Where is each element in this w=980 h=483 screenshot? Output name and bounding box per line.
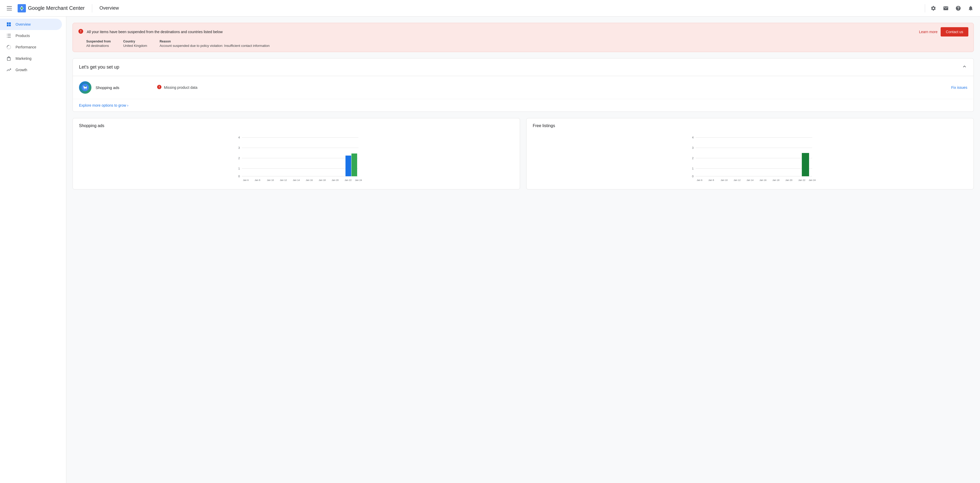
learn-more-link[interactable]: Learn more (919, 30, 937, 34)
trending-up-icon (6, 67, 11, 73)
shopping-ads-chart-area: 4 3 2 1 0 Jan 6 Jan 8 Jan 10 Jan 12 Jan (79, 132, 514, 184)
setup-card-header: Let's get you set up (73, 59, 974, 76)
alert-country-value: United Kingdom (123, 44, 147, 48)
explore-arrow: › (127, 103, 129, 107)
svg-text:0: 0 (692, 175, 694, 178)
marketing-icon (6, 56, 11, 61)
setup-card: Let's get you set up (73, 58, 974, 112)
explore-row: Explore more options to grow › (73, 99, 974, 111)
free-listings-chart-card: Free listings 4 3 2 1 0 (526, 118, 974, 189)
svg-text:Jan 12: Jan 12 (280, 179, 287, 181)
svg-text:1: 1 (238, 167, 240, 170)
svg-text:2: 2 (692, 157, 694, 160)
app-header: Google Merchant Center Overview (0, 0, 980, 17)
sidebar-item-products[interactable]: Products (0, 30, 62, 41)
alert-message-text: All your items have been suspended from … (87, 30, 223, 34)
svg-text:4: 4 (238, 136, 240, 139)
sidebar: Overview Products Performance (0, 17, 66, 483)
svg-text:Jan 10: Jan 10 (267, 179, 274, 181)
svg-text:2: 2 (238, 157, 240, 160)
sidebar-marketing-label: Marketing (16, 56, 31, 60)
svg-point-4 (86, 89, 86, 89)
mail-icon (943, 5, 949, 11)
performance-icon (6, 44, 11, 50)
alert-detail-country: Country United Kingdom (123, 40, 147, 48)
app-body: Overview Products Performance (0, 17, 980, 483)
explore-link-text: Explore more options to grow (79, 103, 126, 107)
alert-details-row: Suspended from All destinations Country … (78, 40, 968, 48)
fix-issues-link[interactable]: Fix issues (951, 86, 967, 89)
svg-text:Jan 14: Jan 14 (746, 179, 753, 181)
hamburger-icon (6, 5, 13, 11)
settings-button[interactable] (928, 3, 939, 13)
svg-text:Jan 8: Jan 8 (708, 179, 714, 181)
sidebar-overview-label: Overview (16, 22, 30, 26)
sidebar-performance-label: Performance (16, 45, 36, 49)
alert-detail-suspended-from: Suspended from All destinations (86, 40, 111, 48)
alert-reason-label: Reason (159, 40, 270, 43)
svg-text:Jan 8: Jan 8 (255, 179, 260, 181)
explore-link[interactable]: Explore more options to grow › (79, 103, 967, 107)
svg-point-3 (84, 89, 85, 89)
svg-text:Jan 22: Jan 22 (798, 179, 805, 181)
alert-top-row: All your items have been suspended from … (78, 27, 968, 37)
svg-text:Jan 24: Jan 24 (808, 179, 816, 181)
svg-text:Jan 16: Jan 16 (305, 179, 313, 181)
list-icon (6, 33, 11, 38)
sidebar-item-overview[interactable]: Overview (0, 19, 62, 30)
status-warning-icon (157, 84, 162, 91)
mail-button[interactable] (941, 3, 951, 13)
alert-warning-icon (78, 29, 84, 35)
svg-rect-15 (345, 156, 351, 176)
bell-icon (968, 5, 974, 11)
notifications-button[interactable] (966, 3, 976, 13)
status-text: Missing product data (164, 86, 197, 89)
svg-text:4: 4 (692, 136, 694, 139)
alert-message-area: All your items have been suspended from … (78, 29, 223, 35)
main-content: All your items have been suspended from … (66, 17, 980, 483)
shopping-ads-chart-svg: 4 3 2 1 0 Jan 6 Jan 8 Jan 10 Jan 12 Jan (79, 132, 514, 184)
header-right (924, 3, 976, 13)
help-icon (955, 5, 961, 11)
header-left: Google Merchant Center Overview (4, 3, 119, 13)
svg-text:Jan 20: Jan 20 (785, 179, 792, 181)
collapse-icon[interactable] (962, 64, 967, 71)
contact-us-button[interactable]: Contact us (941, 27, 968, 37)
settings-icon (931, 5, 936, 11)
shopping-ads-chart-card: Shopping ads 4 3 2 1 0 (73, 118, 520, 189)
header-page-title: Overview (99, 5, 119, 11)
svg-text:Jan 10: Jan 10 (721, 179, 727, 181)
svg-text:Jan 18: Jan 18 (318, 179, 326, 181)
svg-text:1: 1 (692, 167, 694, 170)
svg-text:Jan 12: Jan 12 (733, 179, 740, 181)
alert-reason-value: Account suspended due to policy violatio… (159, 44, 270, 48)
svg-text:Jan 16: Jan 16 (759, 179, 766, 181)
sidebar-item-marketing[interactable]: Marketing (0, 53, 62, 64)
setup-item-status: Missing product data (141, 84, 947, 91)
header-icon-divider (925, 4, 925, 13)
charts-row: Shopping ads 4 3 2 1 0 (73, 118, 974, 189)
sidebar-products-label: Products (16, 33, 30, 38)
svg-text:Jan 6: Jan 6 (697, 179, 702, 181)
svg-text:Jan 22: Jan 22 (344, 179, 352, 181)
shopping-ads-chart-title: Shopping ads (79, 124, 514, 128)
logo-text: Google Merchant Center (28, 5, 85, 11)
shopping-ads-name: Shopping ads (95, 86, 137, 90)
sidebar-item-performance[interactable]: Performance (0, 41, 62, 53)
setup-card-body: Shopping ads Missing product data Fix is… (73, 76, 974, 111)
svg-text:Jan 6: Jan 6 (243, 179, 249, 181)
alert-country-label: Country (123, 40, 147, 43)
svg-text:3: 3 (692, 146, 694, 149)
setup-card-title: Let's get you set up (79, 64, 119, 70)
alert-banner: All your items have been suspended from … (73, 23, 974, 52)
alert-detail-reason: Reason Account suspended due to policy v… (159, 40, 270, 48)
alert-suspended-label: Suspended from (86, 40, 111, 43)
alert-actions: Learn more Contact us (919, 27, 968, 37)
sidebar-item-growth[interactable]: Growth (0, 64, 62, 76)
free-listings-chart-title: Free listings (533, 124, 967, 128)
svg-text:Jan 24: Jan 24 (355, 179, 362, 181)
hamburger-menu-button[interactable] (4, 3, 14, 13)
alert-suspended-value: All destinations (86, 44, 111, 48)
help-button[interactable] (953, 3, 963, 13)
svg-text:Jan 18: Jan 18 (772, 179, 779, 181)
